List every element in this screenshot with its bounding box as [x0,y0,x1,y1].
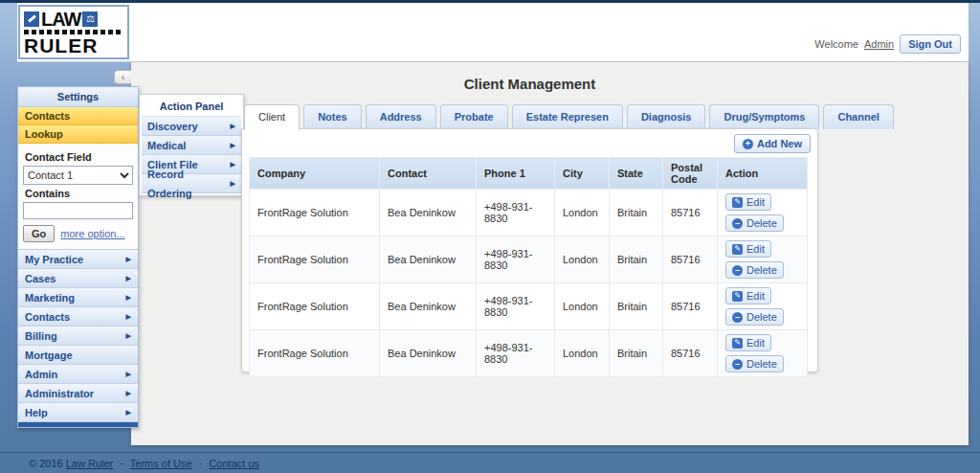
delete-button[interactable]: –Delete [725,214,784,232]
edit-button[interactable]: ✎Edit [725,240,771,258]
footer-separator: · [199,458,203,469]
footer-separator: · [120,458,123,469]
edit-button[interactable]: ✎Edit [725,334,771,351]
action-panel-item-discovery[interactable]: Discovery▶ [142,117,241,136]
add-new-label: Add New [757,138,802,149]
content-area: ‹ Client Management ClientNotesAddressPr… [131,62,969,445]
cell-city: London [555,236,610,283]
tab-client[interactable]: Client [244,104,300,130]
chevron-right-icon: ▶ [231,174,235,193]
chevron-right-icon: ▶ [126,327,131,346]
cell-contact: Bea Deninkow [380,236,477,283]
sign-out-button[interactable]: Sign Out [900,34,961,54]
tab-channel[interactable]: Channel [823,104,893,129]
add-new-button[interactable]: + Add New [734,134,811,153]
column-header-state: State [610,158,663,190]
tab-estate-represen[interactable]: Estate Represen [512,104,623,129]
client-panel: + Add New CompanyContactPhone 1CityState… [241,128,818,372]
cell-contact: Bea Deninkow [380,330,477,377]
tab-drug-symptoms[interactable]: Drug/Symptoms [709,104,819,129]
admin-user-link[interactable]: Admin [864,38,894,50]
column-header-city: City [555,158,610,190]
sidebar-item-contacts[interactable]: Contacts [18,107,138,125]
pencil-icon: ✎ [732,291,743,302]
cell-phone1: +498-931-8830 [477,190,555,236]
sidebar-collapse-button[interactable]: ‹ [114,70,131,84]
edit-button[interactable]: ✎Edit [725,287,771,304]
sidebar-item-marketing[interactable]: Marketing▶ [18,288,138,307]
cell-state: Britain [610,283,663,330]
cell-contact: Bea Deninkow [380,190,477,236]
tab-notes[interactable]: Notes [303,104,362,129]
logo-ruler-ticks [24,30,123,34]
sidebar-item-lookup[interactable]: Lookup [18,125,138,144]
sidebar-item-cases[interactable]: Cases▶ [18,269,138,288]
cell-phone1: +498-931-8830 [477,330,555,377]
column-header-contact: Contact [380,158,477,190]
welcome-label: Welcome [814,38,858,50]
cell-postal-code: 85716 [663,236,718,283]
chevron-right-icon: ▶ [126,250,131,269]
cell-action: ✎Edit–Delete [718,236,808,283]
sidebar-item-billing[interactable]: Billing▶ [18,327,138,346]
logo-text-ruler: RULER [24,35,123,56]
cell-phone1: +498-931-8830 [477,283,555,330]
cell-phone1: +498-931-8830 [477,236,555,283]
footer-brand-link[interactable]: Law Ruler [66,458,114,469]
cell-company: FrontRage Solution [250,236,380,283]
chevron-right-icon: ▶ [231,155,235,174]
column-header-postal-code: Postal Code [663,158,718,190]
sidebar-item-mortgage[interactable]: Mortgage [18,346,138,365]
cell-city: London [555,330,610,377]
plus-icon: + [743,139,753,149]
pencil-icon: ✎ [732,338,743,349]
chevron-right-icon: ▶ [126,403,131,422]
tab-address[interactable]: Address [366,104,436,129]
action-panel-title: Action Panel [142,97,241,117]
tab-probate[interactable]: Probate [440,104,508,129]
footer-terms-link[interactable]: Terms of Use [130,458,192,469]
sidebar-item-help[interactable]: Help▶ [18,403,138,422]
scales-icon: ⚖ [82,11,98,27]
tab-diagnosis[interactable]: Diagnosis [627,104,706,129]
cell-action: ✎Edit–Delete [718,283,808,330]
cell-city: London [555,283,610,330]
more-option-link[interactable]: more option... [60,228,124,239]
contact-field-select[interactable]: Contact 1 [23,166,133,185]
chevron-right-icon: ▶ [126,365,131,384]
column-header-phone-1: Phone 1 [477,158,555,190]
footer-contact-link[interactable]: Contact us [209,458,259,469]
sidebar-item-administrator[interactable]: Administrator▶ [18,384,138,403]
minus-icon: – [732,218,743,229]
page-title: Client Management [241,76,818,92]
sidebar-item-my-practice[interactable]: My Practice▶ [18,250,138,269]
delete-button[interactable]: –Delete [725,261,784,279]
contact-field-label: Contact Field [25,151,133,163]
cell-postal-code: 85716 [663,283,718,330]
cell-city: London [555,190,610,236]
page: LAW ⚖ RULER Welcome Admin Sign Out ‹ Cli… [0,0,980,473]
sidebar-item-admin[interactable]: Admin▶ [18,365,138,384]
contains-input[interactable] [23,202,133,219]
chevron-right-icon: ▶ [126,307,131,327]
delete-button[interactable]: –Delete [725,355,784,372]
cell-state: Britain [610,330,663,377]
cell-postal-code: 85716 [663,190,718,236]
delete-button[interactable]: –Delete [725,308,784,326]
sidebar-item-contacts[interactable]: Contacts▶ [18,307,138,327]
pencil-icon: ✎ [732,244,743,255]
contains-label: Contains [25,188,133,199]
gavel-icon [24,11,39,27]
action-panel-item-record-ordering[interactable]: Record Ordering▶ [142,174,241,193]
sidebar-footer-bar [18,422,138,427]
go-button[interactable]: Go [23,225,55,242]
clients-table: CompanyContactPhone 1CityStatePostal Cod… [249,157,808,377]
edit-button[interactable]: ✎Edit [725,193,771,211]
settings-sidebar: Settings ContactsLookup Contact Field Co… [17,86,139,428]
chevron-right-icon: ▶ [231,117,235,136]
chevron-right-icon: ▶ [126,269,131,288]
cell-action: ✎Edit–Delete [718,190,808,236]
action-panel-item-medical[interactable]: Medical▶ [142,136,241,155]
minus-icon: – [732,312,743,323]
cell-state: Britain [610,236,663,283]
